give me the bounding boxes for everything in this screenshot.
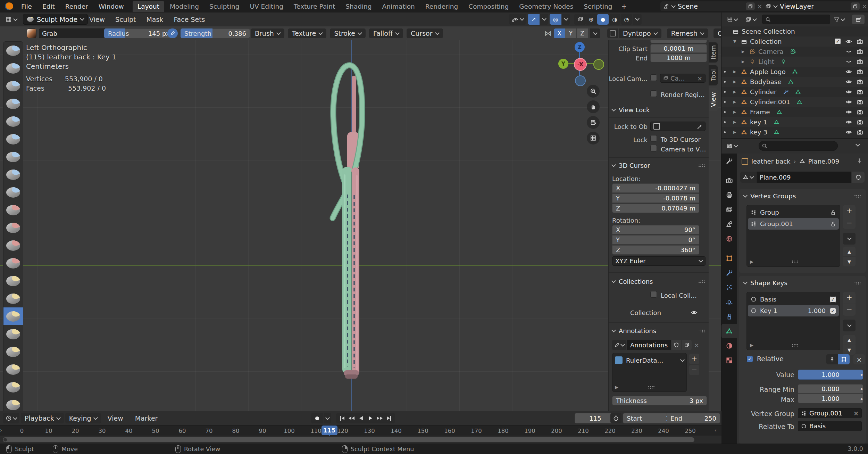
tool-flatten[interactable] <box>3 219 23 237</box>
next-keyframe-button[interactable] <box>375 413 384 423</box>
annotation-thickness-slider[interactable]: Thickness3 px <box>612 396 707 405</box>
timeline-marker-menu[interactable]: Marker <box>130 414 163 422</box>
viewport-3d[interactable]: Left Orthographic (115) leather back : K… <box>0 40 721 411</box>
outliner-row-apple-logo[interactable]: ▶Apple Logo <box>721 67 868 77</box>
properties-tab-world[interactable] <box>721 231 737 246</box>
properties-options-chevron[interactable] <box>856 142 860 147</box>
properties-search-input[interactable] <box>759 141 838 151</box>
properties-tab-object[interactable] <box>721 251 737 265</box>
render-region-checkbox[interactable] <box>650 90 657 97</box>
menu-sculpt[interactable]: Sculpt <box>110 16 141 23</box>
camera-view-button[interactable] <box>587 116 600 129</box>
mesh-datablock-dropdown[interactable] <box>740 172 756 183</box>
annotation-fake-user-button[interactable] <box>671 340 681 350</box>
properties-editor-type-button[interactable] <box>724 141 740 151</box>
vertex-group-remove-button[interactable]: − <box>843 217 856 229</box>
disclosure-triangle[interactable]: ▶ <box>733 90 738 94</box>
properties-tab-tool[interactable] <box>721 154 737 168</box>
perspective-toggle-button[interactable] <box>587 132 600 145</box>
properties-tab-render[interactable] <box>721 173 737 188</box>
dyntopo-dropdown[interactable]: Dyntopo <box>619 28 661 38</box>
cursor-rotation-x-field[interactable]: X90° <box>612 225 699 234</box>
list-expand-triangle[interactable]: ▶ <box>750 259 753 264</box>
render-visibility-camera-icon[interactable] <box>857 79 863 85</box>
shading-material-button[interactable]: ◑ <box>609 14 620 25</box>
disclosure-triangle[interactable]: ▶ <box>733 120 738 124</box>
render-visibility-camera-icon[interactable] <box>857 99 863 105</box>
annotation-layer-remove-button[interactable]: − <box>689 365 699 375</box>
gizmo-axis-x-neg[interactable]: -X <box>574 58 587 71</box>
tool-elastic-deform[interactable] <box>3 290 23 307</box>
cursor-rotation-z-field[interactable]: Z360° <box>612 245 699 255</box>
shape-key-remove-button[interactable]: − <box>843 304 856 316</box>
render-visibility-camera-icon[interactable] <box>857 109 863 115</box>
menu-window[interactable]: Window <box>93 3 129 10</box>
disclosure-triangle[interactable]: ▶ <box>733 110 738 114</box>
mode-dropdown[interactable]: Sculpt Mode <box>23 14 88 25</box>
annotation-layer-row[interactable]: RulerData… <box>612 354 687 366</box>
tool-rotate[interactable] <box>3 396 23 411</box>
outliner-search-input[interactable] <box>762 15 830 24</box>
workspace-tab-animation[interactable]: Animation <box>377 1 420 12</box>
cursor-location-z-field[interactable]: Z0.07049 m <box>612 204 699 213</box>
symmetry-y-toggle[interactable]: Y <box>565 28 576 38</box>
sidebar-tab-item[interactable]: Item <box>709 42 718 63</box>
eye-icon[interactable] <box>845 89 852 95</box>
shape-keys-collapse[interactable] <box>743 280 748 284</box>
annotations-panel-header[interactable]: Annotations <box>612 327 705 335</box>
use-preview-range-button[interactable] <box>610 413 621 423</box>
properties-tab-object-data[interactable] <box>721 324 737 338</box>
render-visibility-camera-icon[interactable] <box>857 48 863 55</box>
timeline-ruler[interactable]: 0102030405060708090100110120130140150160… <box>0 425 721 436</box>
tool-scrape[interactable] <box>3 237 23 254</box>
overlays-toggle[interactable]: ◎ <box>550 14 561 25</box>
properties-tab-modifiers[interactable] <box>721 265 737 280</box>
tool-pose[interactable] <box>3 361 23 378</box>
timeline-view-menu[interactable]: View <box>102 414 128 422</box>
outliner-editor-type-button[interactable] <box>724 15 740 24</box>
disclosure-triangle[interactable]: ▶ <box>733 80 738 84</box>
shape-key-specials-button[interactable] <box>843 320 856 331</box>
eye-closed-icon[interactable] <box>845 48 852 55</box>
eye-icon[interactable] <box>845 99 852 105</box>
shading-wireframe-button[interactable]: ⊕ <box>585 14 597 25</box>
tool-thumb[interactable] <box>3 343 23 361</box>
workspace-tab-scripting[interactable]: Scripting <box>579 1 617 12</box>
vertex-group-field[interactable]: Group.001 × <box>798 408 862 418</box>
annotation-datablock-field[interactable]: Annotations <box>627 340 671 350</box>
properties-tab-texture[interactable] <box>721 353 737 368</box>
sidebar-tab-view[interactable]: View <box>709 88 718 111</box>
pan-button[interactable] <box>587 100 600 113</box>
strength-slider[interactable]: Strength 0.386 <box>181 28 250 38</box>
tool-nudge[interactable] <box>3 378 23 396</box>
outliner-row-frame[interactable]: ▶Frame <box>721 107 868 117</box>
annotation-copy-button[interactable] <box>682 340 692 350</box>
eye-icon[interactable] <box>845 129 852 135</box>
blender-logo-icon[interactable] <box>5 2 13 10</box>
timeline-scrollbar[interactable] <box>0 436 721 444</box>
mesh-datablock-name-field[interactable]: Plane.009 <box>757 172 851 183</box>
viewlayer-name[interactable]: ViewLayer <box>780 2 814 10</box>
outliner-row-scene-collection[interactable]: Scene Collection <box>721 26 868 36</box>
panel-drag-dots[interactable] <box>854 195 861 198</box>
tool-crease[interactable] <box>3 183 23 201</box>
collection-checkbox[interactable] <box>835 38 841 44</box>
workspace-tab-shading[interactable]: Shading <box>341 1 376 12</box>
scene-selector[interactable]: Scene × <box>660 1 765 11</box>
workspace-tab-uv-editing[interactable]: UV Editing <box>245 1 288 12</box>
vertex-group-move-up-button[interactable]: ▲ <box>843 247 856 256</box>
brush-dropdown[interactable]: Brush <box>251 28 284 38</box>
panel-drag-dots[interactable] <box>854 281 861 284</box>
list-expand-triangle[interactable]: ▶ <box>750 342 753 348</box>
shape-key-edit-mode-button[interactable] <box>838 354 850 364</box>
tool-draw-sharp[interactable] <box>3 59 23 77</box>
vertex-group-row-group[interactable]: Group <box>748 207 839 218</box>
stroke-dropdown[interactable]: Stroke <box>330 28 366 38</box>
sidebar-tab-tool[interactable]: Tool <box>709 65 718 85</box>
focal-length-field-partial[interactable] <box>650 40 707 43</box>
vertex-group-specials-button[interactable] <box>843 233 856 245</box>
annotation-layer-add-button[interactable]: + <box>689 354 699 364</box>
disclosure-triangle[interactable]: ▶ <box>733 69 738 74</box>
shading-solid-button[interactable]: ● <box>597 14 609 25</box>
cursor-panel-header[interactable]: 3D Cursor <box>612 162 705 169</box>
